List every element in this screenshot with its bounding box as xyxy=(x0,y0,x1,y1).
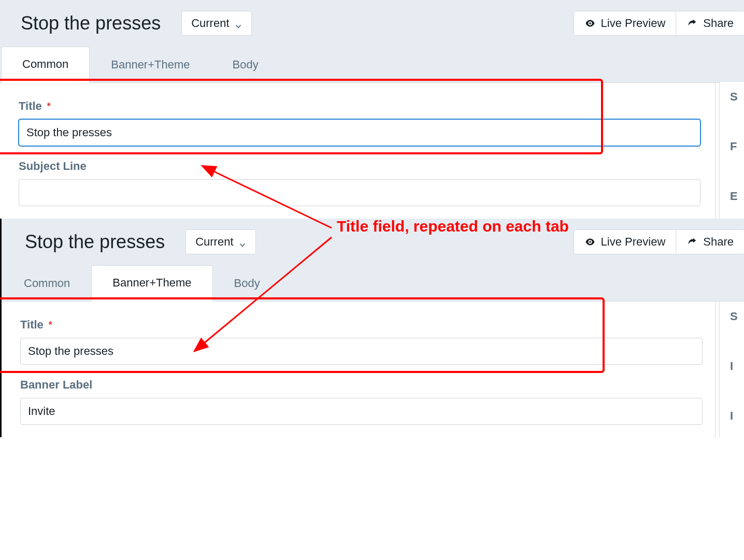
version-dropdown[interactable]: Current xyxy=(185,229,255,254)
panel-common-tab: Stop the presses Current Live Preview Sh… xyxy=(0,0,744,219)
form-area-common: Title * Subject Line xyxy=(0,83,716,219)
tab-row: Common Banner+Theme Body xyxy=(0,47,744,83)
live-preview-label: Live Preview xyxy=(601,17,666,30)
editor-header: Stop the presses Current Live Preview Sh… xyxy=(2,219,744,265)
page-title: Stop the presses xyxy=(21,12,161,34)
panel-banner-theme-tab: Stop the presses Current Live Preview Sh… xyxy=(0,219,744,437)
banner-label-input[interactable] xyxy=(20,398,703,425)
title-label: Title * xyxy=(19,99,700,113)
live-preview-button[interactable]: Live Preview xyxy=(574,11,677,36)
field-group-banner-label: Banner Label xyxy=(20,378,703,425)
banner-label-label: Banner Label xyxy=(20,378,703,392)
share-button[interactable]: Share xyxy=(676,11,744,36)
subject-line-label: Subject Line xyxy=(19,160,700,173)
title-input[interactable] xyxy=(19,119,700,146)
version-dropdown-label: Current xyxy=(191,17,229,30)
share-label: Share xyxy=(703,17,734,30)
share-label: Share xyxy=(703,235,734,249)
share-button[interactable]: Share xyxy=(676,229,744,254)
editor-header: Stop the presses Current Live Preview Sh… xyxy=(0,0,744,47)
header-actions: Live Preview Share xyxy=(574,229,744,254)
eye-icon xyxy=(584,236,596,248)
live-preview-label: Live Preview xyxy=(601,235,666,249)
required-asterisk-icon: * xyxy=(47,101,51,112)
title-input[interactable] xyxy=(20,338,703,365)
required-asterisk-icon: * xyxy=(49,320,52,331)
svg-point-1 xyxy=(589,241,591,243)
subject-line-input[interactable] xyxy=(19,179,700,206)
tab-banner-theme[interactable]: Banner+Theme xyxy=(91,265,212,301)
tab-body[interactable]: Body xyxy=(211,47,280,83)
field-group-title: Title * xyxy=(20,318,703,365)
version-dropdown-label: Current xyxy=(195,235,233,249)
tab-row: Common Banner+Theme Body xyxy=(2,265,744,301)
version-dropdown[interactable]: Current xyxy=(181,11,251,36)
tab-common[interactable]: Common xyxy=(1,47,90,83)
svg-point-0 xyxy=(589,22,591,24)
share-icon xyxy=(686,18,698,29)
share-icon xyxy=(686,236,698,248)
page-title: Stop the presses xyxy=(25,231,165,253)
live-preview-button[interactable]: Live Preview xyxy=(574,229,677,254)
tab-common[interactable]: Common xyxy=(3,266,91,301)
field-group-subject: Subject Line xyxy=(19,160,700,206)
header-actions: Live Preview Share xyxy=(574,11,744,36)
form-area-banner-theme: Title * Banner Label xyxy=(2,301,716,437)
chevron-down-icon xyxy=(235,20,242,27)
chevron-down-icon xyxy=(239,238,246,246)
right-sidebar-clip: S I I xyxy=(719,301,744,437)
tab-banner-theme[interactable]: Banner+Theme xyxy=(90,47,211,83)
eye-icon xyxy=(584,18,596,29)
title-label: Title * xyxy=(20,318,703,332)
tab-body[interactable]: Body xyxy=(213,266,281,301)
field-group-title: Title * xyxy=(19,99,700,146)
